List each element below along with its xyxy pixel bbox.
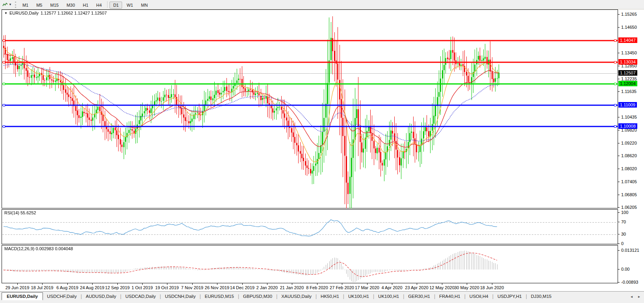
date-tick-mark (17, 283, 18, 285)
chart-tab-ger30-h1[interactable]: GER30,H1 (404, 293, 434, 300)
toolbar-grip[interactable] (15, 2, 16, 8)
price-chart-pane[interactable]: ▼ EURUSD,Daily 1.12577 1.12662 1.12427 1… (2, 9, 618, 208)
timeframe-button-m5[interactable]: M5 (33, 2, 46, 9)
time-axis: 29 Jun 201918 Jul 20196 Aug 201924 Aug 2… (2, 283, 618, 291)
chart-tab-bar: EURUSD,DailyUSDCHF,Daily|AUDUSD,Daily|US… (0, 291, 644, 301)
price-axis: 1.152651.146501.134501.128501.122351.116… (618, 9, 644, 283)
tab-scroll-arrows: ◂ ▸ (631, 294, 640, 299)
price-tick-label: 1.06805 (621, 192, 637, 197)
hline-price-label: 1.11009 (618, 102, 637, 108)
timeframe-button-m1[interactable]: M1 (19, 2, 32, 9)
timeframe-button-h1[interactable]: H1 (79, 2, 92, 9)
timeframe-toolbar: ▼ M1M5M15M30H1H4D1W1MN (0, 0, 644, 9)
timeframe-button-d1[interactable]: D1 (109, 2, 122, 9)
chart-tool-dropdown-icon[interactable]: ▼ (9, 3, 12, 6)
chart-title: ▼ EURUSD,Daily 1.12577 1.12662 1.12427 1… (4, 11, 107, 15)
rsi-level-label: 70 (621, 219, 626, 224)
current-price-label: 1.12507 (618, 70, 637, 76)
timeframe-button-m15[interactable]: M15 (46, 2, 62, 9)
tab-scroll-left-icon[interactable]: ◂ (631, 294, 633, 299)
rsi-level-label: 30 (621, 232, 626, 236)
toolbar-separator (107, 1, 108, 8)
timeframe-button-m30[interactable]: M30 (63, 2, 78, 9)
price-tick-mark (618, 66, 620, 66)
chart-tab-usdchf-daily[interactable]: USDCHF,Daily (43, 293, 80, 300)
macd-tick-mark (618, 282, 620, 283)
price-tick-label: 1.07405 (621, 179, 637, 184)
price-tick-label: 1.08620 (621, 153, 637, 158)
macd-label: MACD(12,26,9) 0.002983 0.004048 (4, 246, 73, 251)
macd-axis-label: 0.00 (621, 267, 629, 271)
date-tick-mark (217, 283, 217, 285)
symbol-title: EURUSD,Daily (9, 11, 39, 15)
status-strip (0, 301, 644, 303)
chart-tab-usdjpy-h1[interactable]: USDJPY,H1 (494, 293, 526, 300)
chart-tab-hk50-h1[interactable]: HK50,H1 (317, 293, 343, 300)
rsi-indicator-pane[interactable]: RSI(14) 55.6252 (2, 209, 618, 244)
chart-tab-audusd-daily[interactable]: AUDUSD,Daily (82, 293, 120, 300)
hline-price-label: 1.12004 (618, 81, 637, 86)
date-tick-mark (42, 283, 43, 285)
hline-price-label: 1.13034 (618, 59, 637, 65)
price-tick-mark (618, 143, 620, 143)
chart-tab-gbpusd-m30[interactable]: GBPUSD,M30 (239, 293, 276, 300)
macd-indicator-pane[interactable]: MACD(12,26,9) 0.002983 0.004048 (2, 245, 618, 283)
timeframe-button-mn[interactable]: MN (137, 2, 151, 9)
rsi-label: RSI(14) 55.6252 (4, 210, 36, 215)
price-tick-mark (618, 130, 620, 130)
macd-tick-mark (618, 269, 620, 270)
date-tick-mark (442, 283, 442, 285)
price-tick-label: 1.09220 (621, 141, 637, 145)
price-tick-label: 1.10435 (621, 115, 637, 119)
tab-scroll-right-icon[interactable]: ▸ (638, 294, 640, 299)
date-tick-mark (392, 283, 392, 285)
chart-tab-eurusd-daily[interactable]: EURUSD,Daily (2, 292, 43, 300)
price-tick-mark (618, 27, 620, 28)
price-tick-mark (618, 14, 620, 15)
rsi-tick-mark (618, 222, 620, 222)
rsi-tick-mark (618, 212, 620, 213)
date-tick-mark (492, 283, 492, 285)
macd-chart-canvas[interactable] (2, 246, 618, 283)
chart-tab-eurusd-m15[interactable]: EURUSD,M15 (201, 293, 238, 300)
chart-tab-xauusd-daily[interactable]: XAUUSD,Daily (277, 293, 316, 300)
chart-tab-uk100-h1[interactable]: UK100,H1 (374, 293, 403, 300)
rsi-chart-canvas[interactable] (2, 210, 618, 244)
date-tick-mark (142, 283, 143, 285)
chart-tab-fra40-h1[interactable]: FRA40,H1 (435, 293, 464, 300)
price-tick-mark (618, 79, 620, 79)
price-tick-label: 1.11635 (621, 89, 637, 94)
price-tick-mark (618, 156, 620, 156)
macd-axis-label: 0.013121 (621, 248, 639, 253)
date-tick-mark (67, 283, 68, 285)
price-tick-label: 1.15265 (621, 12, 637, 17)
price-tick-mark (618, 195, 620, 195)
rsi-level-label: 100 (621, 210, 628, 215)
chart-tab-uk100-h1[interactable]: UK100,H1 (344, 293, 373, 300)
price-tick-label: 1.08020 (621, 166, 637, 171)
chart-tab-usoil-h4[interactable]: USOil,H4 (466, 293, 492, 300)
chart-tab-usdcad-daily[interactable]: USDCAD,Daily (121, 293, 160, 300)
date-tick-mark (167, 283, 167, 285)
date-tick-mark (192, 283, 193, 285)
price-tick-mark (618, 182, 620, 182)
date-tick-mark (417, 283, 417, 285)
date-tick-mark (342, 283, 342, 285)
date-tick-mark (242, 283, 243, 285)
timeframe-button-w1[interactable]: W1 (123, 2, 137, 9)
chart-tab-dj30-m15[interactable]: DJ30,M15 (527, 293, 555, 300)
price-tick-mark (618, 53, 620, 53)
date-tick-mark (467, 283, 467, 285)
price-tick-label: 1.14650 (621, 25, 637, 30)
candlestick-chart-canvas[interactable] (2, 10, 618, 208)
timeframe-button-h4[interactable]: H4 (93, 2, 105, 9)
collapse-triangle-icon[interactable]: ▼ (4, 11, 7, 15)
ohlc-values: 1.12577 1.12662 1.12427 1.12507 (41, 11, 107, 15)
hline-price-label: 1.10008 (618, 123, 637, 129)
date-tick-mark (292, 283, 292, 285)
timeframe-buttons: M1M5M15M30H1H4D1W1MN (19, 1, 152, 8)
price-tick-label: 1.06205 (621, 205, 637, 210)
chart-tab-usdcnh-daily[interactable]: USDCNH,Daily (161, 293, 200, 300)
date-tick-mark (117, 283, 118, 285)
chart-tool-icon[interactable] (2, 2, 9, 8)
